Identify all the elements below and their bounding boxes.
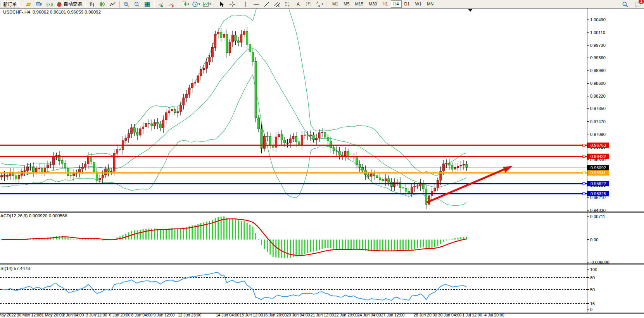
horizontal-line-tool-button[interactable]	[251, 0, 261, 8]
line-end-marker[interactable]	[583, 155, 585, 158]
candle-body	[269, 136, 271, 145]
templates-button[interactable]: ▾	[202, 0, 212, 8]
rsi-indicator-label: SI(14) 57.4478	[0, 266, 30, 271]
tile-windows-button[interactable]	[142, 0, 152, 8]
chart-shift-marker[interactable]	[468, 9, 473, 12]
zoom-out-icon	[134, 1, 140, 7]
trend-arrow-head[interactable]	[503, 166, 513, 173]
timeframe-button-mn[interactable]: MN	[424, 0, 436, 8]
date-axis[interactable]: May 202230 May 12:0031 May 20:002 Jun 04…	[0, 313, 504, 317]
date-tick-label: 15 Jun 12:00	[240, 313, 263, 317]
candle-body	[61, 161, 63, 163]
price-tick-label: 0.94830	[590, 208, 606, 213]
candle-body	[240, 34, 242, 42]
market-watch-button[interactable]	[24, 0, 34, 8]
fibonacci-tool-button[interactable]: F	[283, 0, 293, 8]
bar-chart-button[interactable]	[87, 0, 97, 8]
candle-body	[180, 105, 181, 112]
vertical-line-tool-button[interactable]	[241, 0, 251, 8]
fibonacci-icon: F	[285, 1, 291, 7]
text-label-icon: T	[306, 1, 312, 7]
timeframe-button-d1[interactable]: D1	[402, 0, 413, 8]
candle-body	[128, 134, 129, 138]
candle-body	[81, 167, 83, 169]
notifications-button[interactable]: 1	[632, 0, 642, 8]
candle-body	[394, 182, 395, 186]
main-pane	[1, 8, 468, 209]
text-label-tool-button[interactable]: T	[304, 0, 314, 8]
trendline-tool-button[interactable]	[262, 0, 272, 8]
candle-body	[338, 151, 340, 155]
macd-tick-label: -0.006888	[590, 260, 609, 265]
timeframe-button-m15[interactable]: M15	[352, 0, 366, 8]
timeframe-button-w1[interactable]: W1	[413, 0, 425, 8]
candle-body	[145, 123, 147, 127]
price-tick-label: 0.97090	[590, 132, 606, 137]
date-tick-label: 31 May 20:00	[39, 313, 64, 317]
candle-body	[411, 187, 413, 193]
candle-body	[249, 45, 251, 52]
candle-body	[110, 171, 112, 172]
price-level-badge-text: 0.96432	[590, 154, 606, 159]
date-tick-label: 28 Jun 20:00	[414, 313, 437, 317]
candle-body	[342, 155, 344, 156]
cursor-tool-button[interactable]	[217, 0, 227, 8]
line-end-marker[interactable]	[583, 172, 585, 174]
line-end-marker[interactable]	[583, 144, 585, 146]
candle-body	[379, 178, 381, 180]
candle-body	[295, 136, 297, 141]
candle-body	[191, 83, 193, 88]
channel-tool-button[interactable]: E	[272, 0, 282, 8]
date-tick-label: May 2022	[0, 313, 16, 317]
periods-button[interactable]: ▾	[191, 0, 201, 8]
candlestick-chart-button[interactable]	[97, 0, 107, 8]
auto-scroll-button[interactable]	[156, 0, 166, 8]
timeframe-button-m5[interactable]: M5	[341, 0, 352, 8]
indicator-line	[2, 75, 466, 206]
add-indicator-button[interactable]: ▾	[180, 0, 190, 8]
line-end-marker[interactable]	[583, 193, 585, 195]
line-chart-button[interactable]	[108, 0, 118, 8]
candle-body	[133, 128, 135, 132]
search-button[interactable]	[620, 0, 630, 8]
frame	[0, 9, 644, 314]
candle-body	[333, 148, 335, 151]
zoom-in-button[interactable]	[121, 0, 131, 8]
zoom-out-button[interactable]	[132, 0, 142, 8]
crosshair-tool-button[interactable]	[227, 0, 237, 8]
candle-body	[203, 68, 205, 69]
trend-arrow[interactable]	[426, 166, 513, 203]
signals-button[interactable]	[45, 0, 55, 8]
tile-windows-icon	[144, 1, 150, 7]
candle-body	[142, 127, 144, 129]
timeframe-button-m1[interactable]: M1	[330, 0, 341, 8]
svg-text:E: E	[278, 5, 280, 7]
date-tick-label: 30 Jun 04:00	[438, 313, 462, 317]
candle-body	[139, 129, 141, 135]
candle-body	[67, 168, 69, 175]
gold-bar-icon	[26, 1, 32, 7]
signal-icon	[47, 1, 53, 7]
timeframe-button-h4[interactable]: H4	[391, 0, 402, 8]
new-order-button[interactable]: 新订单	[0, 1, 20, 7]
candle-body	[313, 135, 314, 139]
chart-shift-button[interactable]	[166, 0, 176, 8]
arrows-tool-button[interactable]: ▾	[314, 0, 325, 8]
timeframe-button-h1[interactable]: H1	[380, 0, 390, 8]
candle-body	[119, 149, 121, 150]
line-end-marker[interactable]	[583, 182, 585, 185]
candle-body	[330, 141, 332, 148]
rsi-pane	[0, 273, 587, 304]
candle-body	[50, 165, 52, 165]
auto-trading-button[interactable]: 自动交易	[55, 0, 83, 8]
toolbar-right-group: 1	[620, 0, 642, 8]
timeframe-button-m30[interactable]: M30	[366, 0, 380, 8]
macd-pane	[2, 217, 466, 258]
chart-canvas[interactable]: 1.004901.001100.997300.993600.989800.986…	[0, 8, 644, 318]
text-tool-button[interactable]: A	[293, 0, 303, 8]
candle-body	[246, 32, 248, 45]
rsi-tick-label: 80	[590, 275, 595, 280]
add-indicator-icon	[181, 1, 187, 7]
terminal-button[interactable]	[34, 0, 44, 8]
price-level-badge-text: 0.96092	[590, 165, 606, 170]
